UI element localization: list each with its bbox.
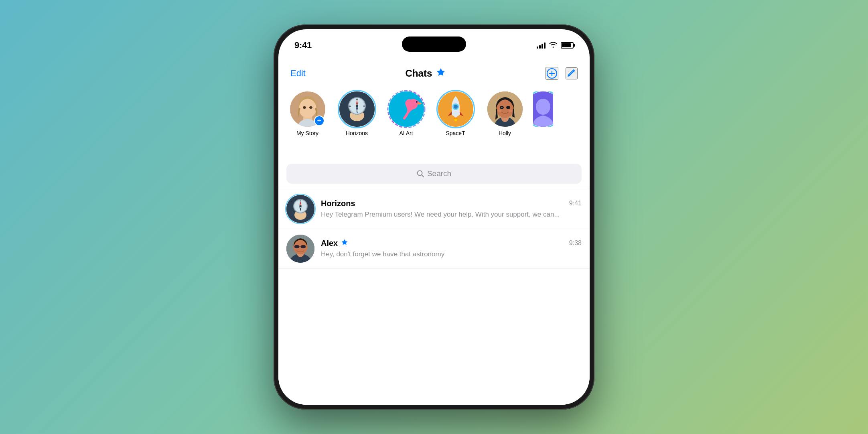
- chat-name-alex: Alex: [321, 239, 348, 248]
- svg-rect-47: [294, 245, 299, 248]
- svg-point-32: [509, 110, 513, 112]
- svg-point-29: [506, 106, 510, 109]
- search-icon: [417, 170, 424, 177]
- chats-title: Chats: [406, 68, 432, 79]
- search-placeholder-text: Search: [427, 169, 451, 178]
- status-icons: [537, 41, 574, 50]
- chat-preview-horizons: Hey Telegram Premium users! We need your…: [321, 210, 582, 219]
- story-label-spacet: SpaceT: [446, 130, 465, 136]
- wifi-icon: [549, 41, 558, 50]
- dynamic-island: [402, 37, 466, 52]
- chat-avatar-horizons-wrapper: N: [286, 195, 314, 223]
- holly-avatar-wrapper: [487, 91, 523, 127]
- status-time: 9:41: [294, 40, 312, 51]
- battery-icon: [561, 42, 574, 49]
- nav-header: Edit Chats: [278, 61, 590, 85]
- ai-art-avatar-wrapper: [389, 91, 424, 127]
- signal-bars-icon: [537, 42, 546, 49]
- chat-time-alex: 9:38: [569, 239, 582, 247]
- chat-time-horizons: 9:41: [569, 200, 582, 207]
- svg-point-7: [309, 106, 312, 109]
- story-label-my-story: My Story: [296, 130, 318, 136]
- partial-avatar-wrapper: [533, 91, 553, 127]
- chats-star-icon: [436, 67, 446, 79]
- story-item-holly[interactable]: Holly: [484, 91, 526, 136]
- nav-title: Chats: [406, 67, 446, 79]
- phone-device: 9:41: [274, 24, 594, 410]
- svg-point-6: [303, 106, 306, 109]
- spacet-avatar-wrapper: [438, 91, 473, 127]
- alex-star-icon: [341, 239, 348, 248]
- chat-item-horizons[interactable]: N Horizons 9:41 Hey Telegram Premium use…: [278, 189, 590, 229]
- compose-button[interactable]: [566, 67, 578, 79]
- svg-point-31: [497, 110, 501, 112]
- chat-header-alex: Alex 9:38: [321, 239, 582, 248]
- chat-list: N Horizons 9:41 Hey Telegram Premium use…: [278, 189, 590, 405]
- phone-screen: 9:41: [278, 29, 590, 405]
- edit-button[interactable]: Edit: [290, 68, 306, 79]
- story-item-ai-art[interactable]: AI Art: [385, 91, 427, 136]
- search-bar-container: Search: [286, 164, 582, 184]
- my-story-avatar-wrapper: +: [290, 91, 325, 127]
- chat-preview-alex: Hey, don't forget we have that astronomy: [321, 249, 582, 259]
- stories-row: + My Story: [278, 87, 590, 160]
- svg-rect-48: [301, 245, 306, 248]
- svg-point-30: [501, 107, 503, 108]
- story-item-my-story[interactable]: + My Story: [286, 91, 329, 136]
- svg-line-36: [422, 175, 424, 177]
- add-story-badge: +: [314, 116, 324, 126]
- chat-name-horizons: Horizons: [321, 199, 355, 208]
- add-contact-button[interactable]: [546, 67, 558, 80]
- story-item-spacet[interactable]: SpaceT: [434, 91, 477, 136]
- story-label-holly: Holly: [499, 130, 511, 136]
- chat-avatar-alex-wrapper: [286, 235, 314, 263]
- chat-content-horizons: Horizons 9:41 Hey Telegram Premium users…: [321, 199, 582, 219]
- chat-content-alex: Alex 9:38 Hey, don't forget we have that…: [321, 239, 582, 259]
- story-item-horizons[interactable]: N S E W Horizons: [336, 91, 378, 136]
- nav-actions: [546, 67, 578, 80]
- story-label-horizons: Horizons: [346, 130, 368, 136]
- svg-point-18: [387, 91, 424, 128]
- story-label-ai-art: AI Art: [399, 130, 413, 136]
- horizons-avatar-wrapper: N S E W: [339, 91, 375, 127]
- chat-item-alex[interactable]: Alex 9:38 Hey, don't forget we have that…: [278, 229, 590, 269]
- story-item-partial[interactable]: [533, 91, 553, 127]
- holly-avatar: [487, 91, 523, 127]
- search-bar[interactable]: Search: [286, 164, 582, 184]
- chat-avatar-alex: [286, 235, 314, 263]
- chat-header-horizons: Horizons 9:41: [321, 199, 582, 208]
